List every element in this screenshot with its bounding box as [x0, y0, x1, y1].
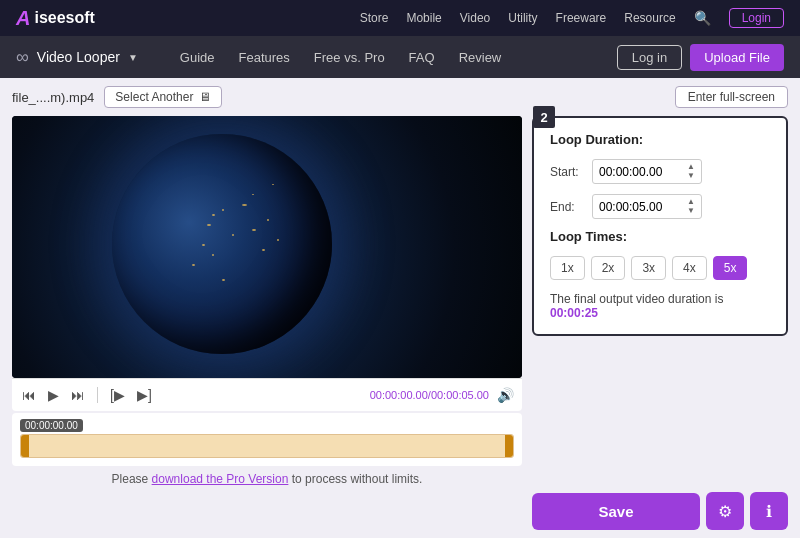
- site-logo: A iseesoft: [16, 7, 95, 30]
- select-another-button[interactable]: Select Another 🖥: [104, 86, 222, 108]
- output-time: 00:00:25: [550, 306, 598, 320]
- earth-lights: [112, 134, 332, 354]
- city-light: [277, 239, 279, 241]
- upload-file-button[interactable]: Upload File: [690, 44, 784, 71]
- second-nav-links: Guide Features Free vs. Pro FAQ Review: [180, 50, 501, 65]
- play-button[interactable]: ▶: [46, 385, 61, 405]
- search-icon[interactable]: 🔍: [694, 10, 711, 26]
- city-light: [222, 279, 225, 281]
- settings-button[interactable]: ⚙: [706, 492, 744, 530]
- logo-letter: A: [16, 7, 30, 30]
- loop-4x-button[interactable]: 4x: [672, 256, 707, 280]
- nav-resource[interactable]: Resource: [624, 11, 675, 25]
- start-time-spinners: ▲ ▼: [687, 163, 695, 180]
- gear-icon: ⚙: [718, 502, 732, 521]
- nav-faq[interactable]: FAQ: [409, 50, 435, 65]
- current-time: 00:00:00.00: [370, 389, 428, 401]
- start-time-input[interactable]: 00:00:00.00 ▲ ▼: [592, 159, 702, 184]
- city-light: [252, 229, 256, 231]
- start-time-value: 00:00:00.00: [599, 165, 662, 179]
- info-icon: ℹ: [766, 502, 772, 521]
- output-message: The final output video duration is 00:00…: [550, 292, 770, 320]
- start-time-up[interactable]: ▲: [687, 163, 695, 171]
- loop-5x-button[interactable]: 5x: [713, 256, 748, 280]
- top-navigation: A iseesoft Store Mobile Video Utility Fr…: [0, 0, 800, 36]
- timeline-handle-left[interactable]: [21, 435, 29, 457]
- dropdown-arrow-icon[interactable]: ▼: [128, 52, 138, 63]
- loop-times-title: Loop Times:: [550, 229, 770, 244]
- start-time-row: Start: 00:00:00.00 ▲ ▼: [550, 159, 770, 184]
- timeline-handle-right[interactable]: [505, 435, 513, 457]
- monitor-icon: 🖥: [199, 90, 211, 104]
- skip-back-button[interactable]: ⏮: [20, 385, 38, 405]
- loop-1x-button[interactable]: 1x: [550, 256, 585, 280]
- city-light: [207, 224, 211, 226]
- pro-version-link[interactable]: download the Pro Version: [152, 472, 289, 486]
- time-display: 00:00:00.00/00:00:05.00: [370, 389, 489, 401]
- top-nav-links: Store Mobile Video Utility Freeware Reso…: [360, 8, 784, 28]
- skip-forward-button[interactable]: ⏭: [69, 385, 87, 405]
- file-bar: file_....m).mp4 Select Another 🖥 Enter f…: [12, 86, 788, 108]
- video-container: [12, 116, 522, 378]
- tool-brand: ∞ Video Looper ▼: [16, 47, 150, 68]
- timeline-area: 00:00:00.00: [12, 413, 522, 466]
- pro-message-prefix: Please: [112, 472, 152, 486]
- save-area: Save ⚙ ℹ: [532, 488, 788, 530]
- loop-times-section: Loop Times: 1x 2x 3x 4x 5x: [550, 229, 770, 280]
- loop-3x-button[interactable]: 3x: [631, 256, 666, 280]
- right-panel: 2 Loop Duration: Start: 00:00:00.00 ▲ ▼ …: [532, 116, 788, 530]
- end-time-input[interactable]: 00:00:05.00 ▲ ▼: [592, 194, 702, 219]
- nav-utility[interactable]: Utility: [508, 11, 537, 25]
- start-label: Start:: [550, 165, 582, 179]
- loop-settings-panel: 2 Loop Duration: Start: 00:00:00.00 ▲ ▼ …: [532, 116, 788, 336]
- city-light: [267, 219, 269, 221]
- video-panel: ⏮ ▶ ⏭ [▶ ▶] 00:00:00.00/00:00:05.00 🔊 00…: [12, 116, 522, 530]
- nav-video[interactable]: Video: [460, 11, 490, 25]
- second-login-button[interactable]: Log in: [617, 45, 682, 70]
- fullscreen-button[interactable]: Enter full-screen: [675, 86, 788, 108]
- end-label: End:: [550, 200, 582, 214]
- file-name: file_....m).mp4: [12, 90, 94, 105]
- second-navigation: ∞ Video Looper ▼ Guide Features Free vs.…: [0, 36, 800, 78]
- loop-times-buttons: 1x 2x 3x 4x 5x: [550, 256, 770, 280]
- select-another-label: Select Another: [115, 90, 193, 104]
- save-button[interactable]: Save: [532, 493, 700, 530]
- nav-store[interactable]: Store: [360, 11, 389, 25]
- divider: [97, 387, 98, 403]
- tool-name: Video Looper: [37, 49, 120, 65]
- city-light: [272, 184, 274, 185]
- content-row: ⏮ ▶ ⏭ [▶ ▶] 00:00:00.00/00:00:05.00 🔊 00…: [12, 116, 788, 530]
- city-light: [212, 214, 215, 216]
- nav-mobile[interactable]: Mobile: [406, 11, 441, 25]
- nav-guide[interactable]: Guide: [180, 50, 215, 65]
- loop-badge: 2: [533, 106, 555, 128]
- city-light: [242, 204, 247, 206]
- nav-features[interactable]: Features: [239, 50, 290, 65]
- info-button[interactable]: ℹ: [750, 492, 788, 530]
- city-light: [192, 264, 195, 266]
- end-time-up[interactable]: ▲: [687, 198, 695, 206]
- video-controls-bar: ⏮ ▶ ⏭ [▶ ▶] 00:00:00.00/00:00:05.00 🔊: [12, 378, 522, 411]
- nav-free-vs-pro[interactable]: Free vs. Pro: [314, 50, 385, 65]
- main-content: file_....m).mp4 Select Another 🖥 Enter f…: [0, 78, 800, 538]
- pro-message: Please download the Pro Version to proce…: [12, 472, 522, 486]
- output-prefix: The final output video duration is: [550, 292, 723, 306]
- nav-review[interactable]: Review: [459, 50, 502, 65]
- volume-icon[interactable]: 🔊: [497, 387, 514, 403]
- loop-2x-button[interactable]: 2x: [591, 256, 626, 280]
- loop-end-button[interactable]: ▶]: [135, 385, 154, 405]
- loop-start-button[interactable]: [▶: [108, 385, 127, 405]
- end-time-row: End: 00:00:05.00 ▲ ▼: [550, 194, 770, 219]
- city-light: [232, 234, 234, 236]
- end-time-value: 00:00:05.00: [599, 200, 662, 214]
- duration-title: Loop Duration:: [550, 132, 770, 147]
- end-time-down[interactable]: ▼: [687, 207, 695, 215]
- end-time-spinners: ▲ ▼: [687, 198, 695, 215]
- timeline-track[interactable]: [20, 434, 514, 458]
- pro-message-suffix: to process without limits.: [288, 472, 422, 486]
- timeline-time-label: 00:00:00.00: [20, 419, 83, 432]
- top-login-button[interactable]: Login: [729, 8, 784, 28]
- nav-freeware[interactable]: Freeware: [556, 11, 607, 25]
- start-time-down[interactable]: ▼: [687, 172, 695, 180]
- city-light: [262, 249, 265, 251]
